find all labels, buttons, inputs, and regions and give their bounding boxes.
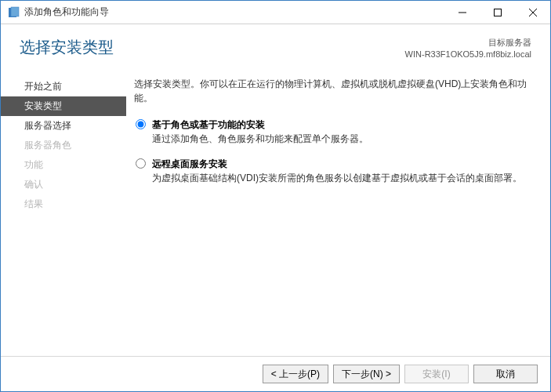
sidebar: 开始之前 安装类型 服务器选择 服务器角色 功能 确认 结果 <box>1 69 126 356</box>
option-rds-desc: 为虚拟桌面基础结构(VDI)安装所需的角色服务以创建基于虚拟机或基于会话的桌面部… <box>152 171 528 185</box>
option-rds[interactable]: 远程桌面服务安装 为虚拟桌面基础结构(VDI)安装所需的角色服务以创建基于虚拟机… <box>134 157 528 185</box>
option-role-based-body: 基于角色或基于功能的安装 通过添加角色、角色服务和功能来配置单个服务器。 <box>152 118 528 146</box>
app-icon <box>7 6 20 19</box>
window-controls <box>444 1 550 24</box>
option-role-based-title: 基于角色或基于功能的安装 <box>152 118 528 132</box>
cancel-button[interactable]: 取消 <box>473 365 538 383</box>
step-server-selection[interactable]: 服务器选择 <box>1 116 126 136</box>
radio-role-based[interactable] <box>136 119 146 129</box>
target-server-label: 目标服务器 <box>405 37 531 49</box>
close-button[interactable] <box>515 1 550 24</box>
step-installation-type[interactable]: 安装类型 <box>1 96 126 116</box>
svg-rect-3 <box>494 9 501 16</box>
svg-rect-1 <box>11 7 19 16</box>
minimize-button[interactable] <box>444 1 480 24</box>
footer: < 上一步(P) 下一步(N) > 安装(I) 取消 <box>1 356 550 391</box>
header: 选择安装类型 目标服务器 WIN-R33F1OKO5J9.mf8biz.loca… <box>1 24 550 69</box>
titlebar: 添加角色和功能向导 <box>1 1 550 24</box>
target-server-value: WIN-R33F1OKO5J9.mf8biz.local <box>405 49 531 60</box>
instruction-text: 选择安装类型。你可以在正在运行的物理计算机、虚拟机或脱机虚拟硬盘(VHD)上安装… <box>134 77 528 105</box>
step-features: 功能 <box>1 155 126 175</box>
page-title: 选择安装类型 <box>20 37 114 58</box>
maximize-button[interactable] <box>480 1 515 24</box>
previous-button[interactable]: < 上一步(P) <box>263 365 328 383</box>
option-rds-title: 远程桌面服务安装 <box>152 157 528 171</box>
window-title: 添加角色和功能向导 <box>24 5 444 19</box>
step-before-you-begin[interactable]: 开始之前 <box>1 77 126 96</box>
body: 开始之前 安装类型 服务器选择 服务器角色 功能 确认 结果 选择安装类型。你可… <box>1 69 550 356</box>
content: 选择安装类型。你可以在正在运行的物理计算机、虚拟机或脱机虚拟硬盘(VHD)上安装… <box>126 69 542 356</box>
step-confirmation: 确认 <box>1 175 126 194</box>
install-button: 安装(I) <box>404 365 469 383</box>
next-button[interactable]: 下一步(N) > <box>333 365 400 383</box>
step-results: 结果 <box>1 194 126 214</box>
step-server-roles: 服务器角色 <box>1 136 126 155</box>
radio-rds[interactable] <box>136 158 146 169</box>
option-role-based[interactable]: 基于角色或基于功能的安装 通过添加角色、角色服务和功能来配置单个服务器。 <box>134 118 528 146</box>
option-role-based-desc: 通过添加角色、角色服务和功能来配置单个服务器。 <box>152 132 528 146</box>
wizard-window: 添加角色和功能向导 选择安装类型 目标服务器 WIN-R33F1OKO5J9.m… <box>0 0 551 392</box>
target-server-block: 目标服务器 WIN-R33F1OKO5J9.mf8biz.local <box>405 37 531 61</box>
option-rds-body: 远程桌面服务安装 为虚拟桌面基础结构(VDI)安装所需的角色服务以创建基于虚拟机… <box>152 157 528 185</box>
